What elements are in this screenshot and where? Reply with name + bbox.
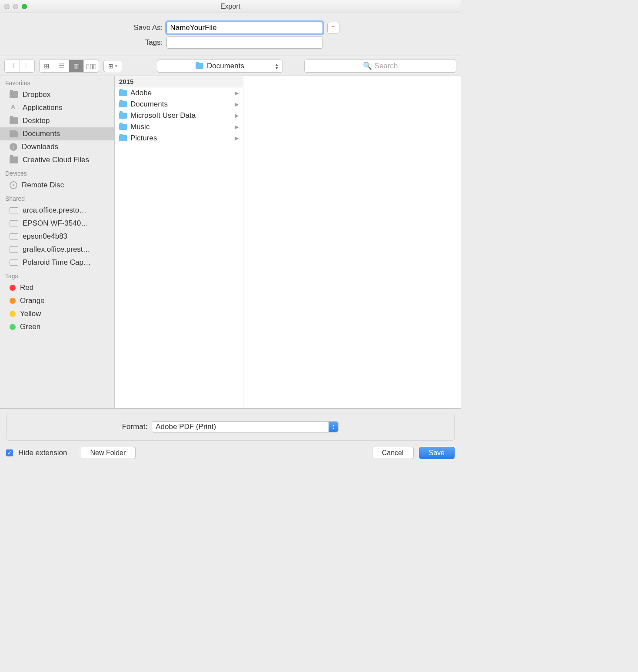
list-view-button[interactable]: ☰ [54,60,69,72]
columns-icon: ▥ [73,62,80,70]
sidebar-item-label: Downloads [22,143,58,151]
folder-item[interactable]: Documents▶ [115,99,243,110]
sidebar-item[interactable]: Desktop [0,114,114,127]
path-label: Documents [207,62,244,70]
tags-input[interactable] [166,37,323,49]
column-view-button[interactable]: ▥ [69,60,84,72]
sidebar-item-label: Remote Disc [22,181,64,190]
network-icon [10,233,18,240]
folder-item[interactable]: Music▶ [115,121,243,133]
close-window-icon[interactable] [4,4,10,9]
sidebar-item-label: arca.office.presto… [23,206,86,215]
format-dropdown[interactable]: Adobe PDF (Print) ▴▾ [152,421,339,432]
chevron-right-icon: ▶ [235,135,239,141]
folder-label: Microsoft User Data [130,111,196,120]
folder-icon [196,63,203,69]
sidebar-item[interactable]: ↓Downloads [0,140,114,153]
coverflow-view-button[interactable]: ▯▯▯ [84,60,99,72]
sidebar-item[interactable]: arca.office.presto… [0,204,114,217]
zoom-window-icon[interactable] [22,4,27,9]
grid-dropdown-icon: ⊞ [108,63,113,70]
sidebar-item[interactable]: Orange [0,294,114,307]
arrange-button[interactable]: ⊞ ▾ [103,60,122,72]
save-button[interactable]: Save [419,447,455,459]
sidebar-section-header: Tags [0,269,114,281]
sidebar-item-label: Red [20,283,33,292]
folder-icon [119,135,127,141]
search-placeholder: Search [375,62,398,70]
sidebar-item[interactable]: Documents [0,127,114,140]
sidebar-item[interactable]: epson0e4b83 [0,230,114,243]
nav-buttons: 〈 〉 [4,60,35,73]
sidebar-item[interactable]: Yellow [0,307,114,320]
window-controls [4,4,27,9]
forward-button[interactable]: 〉 [20,60,34,72]
chevron-left-icon: 〈 [9,62,15,70]
network-icon [10,259,18,266]
sidebar-item[interactable]: Polaroid Time Cap… [0,256,114,269]
tag-dot-icon [10,324,16,330]
save-fields: Save As: ⌃ Tags: [0,13,461,56]
sidebar-item[interactable]: Green [0,320,114,333]
folder-item[interactable]: Adobe▶ [115,87,243,99]
sidebar-section-header: Shared [0,192,114,204]
folder-label: Pictures [130,134,157,143]
file-browser: FavoritesDropboxApplicationsDesktopDocum… [0,76,461,408]
folder-icon [10,91,18,98]
back-button[interactable]: 〈 [5,60,20,72]
updown-icon: ▴▾ [329,422,338,432]
tag-dot-icon [10,298,16,304]
sidebar-item-label: Desktop [23,116,50,125]
sidebar-item-label: Applications [23,103,63,112]
network-icon [10,246,18,253]
view-buttons: ⊞ ☰ ▥ ▯▯▯ [39,60,99,73]
updown-icon: ▴▾ [276,63,278,70]
save-as-label: Save As: [122,23,163,32]
folder-icon [10,117,18,124]
titlebar: Export [0,0,461,13]
sidebar-item[interactable]: Applications [0,101,114,114]
sidebar-item[interactable]: Remote Disc [0,179,114,192]
sidebar-item-label: graflex.office.prest… [23,245,90,254]
chevron-right-icon: ▶ [235,101,239,107]
cancel-button[interactable]: Cancel [372,447,414,459]
search-field[interactable]: 🔍 Search [304,60,456,73]
icon-view-button[interactable]: ⊞ [40,60,54,72]
hide-extension-label: Hide extension [18,449,67,457]
folder-item[interactable]: Pictures▶ [115,133,243,144]
folder-icon [119,124,127,130]
sidebar-item-label: Green [20,323,40,331]
sidebar-item-label: epson0e4b83 [23,232,67,241]
tag-dot-icon [10,311,16,317]
hide-extension-checkbox[interactable]: ✓ [6,449,13,456]
sidebar-item[interactable]: graflex.office.prest… [0,243,114,256]
network-icon [10,220,18,226]
minimize-window-icon[interactable] [13,4,18,9]
collapse-button[interactable]: ⌃ [327,22,339,34]
path-dropdown[interactable]: Documents ▴▾ [157,60,283,73]
action-row: ✓ Hide extension New Folder Cancel Save [0,443,461,465]
folder-label: Music [130,123,150,131]
chevron-right-icon: ▶ [235,124,239,130]
folder-item[interactable]: Microsoft User Data▶ [115,110,243,121]
tags-label: Tags: [122,38,163,47]
sidebar-item-label: EPSON WF-3540… [23,219,88,228]
sidebar-item[interactable]: Red [0,281,114,294]
sidebar-item[interactable]: Dropbox [0,88,114,101]
sidebar-item-label: Documents [23,130,60,138]
disc-icon [10,181,17,189]
sidebar-item-label: Dropbox [23,90,50,99]
network-icon [10,207,18,213]
documents-icon [10,130,18,137]
sidebar-section-header: Favorites [0,76,114,88]
format-label: Format: [122,422,148,431]
window-title: Export [220,3,240,10]
column-header: 2015 [115,76,243,87]
save-as-input[interactable] [166,22,323,34]
sidebar-item-label: Yellow [20,309,41,318]
chevron-down-icon: ▾ [115,64,117,68]
new-folder-button[interactable]: New Folder [80,447,136,459]
sidebar-item[interactable]: EPSON WF-3540… [0,217,114,230]
list-icon: ☰ [59,62,64,70]
sidebar-item[interactable]: Creative Cloud Files [0,153,114,166]
